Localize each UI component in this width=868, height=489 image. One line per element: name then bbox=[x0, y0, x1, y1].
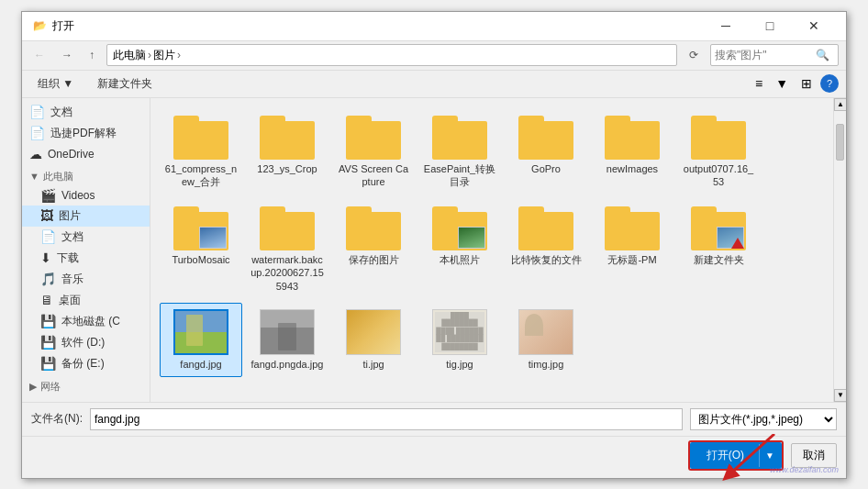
file-area-wrapper: 61_compress_new_合并 123_ys_Crop AVS Scree… bbox=[150, 98, 846, 402]
list-item[interactable]: AVS Screen Capture bbox=[332, 107, 415, 195]
new-folder-button[interactable]: 新建文件夹 bbox=[89, 73, 161, 94]
list-item[interactable]: ti.jpg bbox=[332, 303, 415, 377]
list-item[interactable]: watermark.bakc up.20200627.155943 bbox=[246, 198, 328, 299]
file-name: output0707.16_53 bbox=[682, 162, 755, 189]
list-item[interactable]: timg.jpg bbox=[505, 303, 587, 377]
sidebar-item-label: 文档 bbox=[50, 105, 72, 120]
scroll-down-button[interactable]: ▼ bbox=[834, 389, 846, 402]
chevron-right-icon: ▶ bbox=[29, 381, 37, 393]
main-content: 📄 文档 📄 迅捷PDF解释 ☁ OneDrive ▼ 此电脑 🎬 Videos… bbox=[22, 98, 846, 402]
action-bar: 打开(O) ▼ 取消 bbox=[22, 436, 846, 478]
breadcrumb-pictures: 图片 bbox=[153, 48, 175, 63]
sidebar-item-backupe[interactable]: 💾 备份 (E:) bbox=[22, 353, 150, 374]
scroll-thumb[interactable] bbox=[836, 124, 844, 161]
file-name: 123_ys_Crop bbox=[257, 162, 317, 175]
organize-button[interactable]: 组织 ▼ bbox=[29, 73, 82, 94]
breadcrumb[interactable]: 此电脑 › 图片 › bbox=[106, 44, 677, 66]
file-name: TurboMosaic bbox=[172, 253, 229, 266]
bottom-section: 文件名(N): 图片文件(*.jpg,*.jpeg) 所有文件(*.*) bbox=[22, 402, 846, 478]
sidebar-item-desktop[interactable]: 🖥 桌面 bbox=[22, 290, 150, 311]
list-item[interactable]: TurboMosaic bbox=[160, 198, 242, 299]
filetype-dropdown[interactable]: 图片文件(*.jpg,*.jpeg) 所有文件(*.*) bbox=[690, 408, 837, 430]
sidebar-item-label: Videos bbox=[61, 189, 95, 202]
list-item[interactable]: fangd.jpg bbox=[160, 303, 242, 377]
search-input[interactable] bbox=[715, 49, 816, 61]
folder-icon bbox=[173, 114, 228, 160]
list-item[interactable]: 无标题-PM bbox=[591, 198, 673, 299]
list-item[interactable]: output0707.16_53 bbox=[677, 107, 760, 195]
search-box[interactable]: 🔍 bbox=[710, 44, 839, 66]
scroll-up-button[interactable]: ▲ bbox=[834, 98, 846, 111]
music-icon: 🎵 bbox=[40, 272, 56, 286]
folder-icon bbox=[518, 205, 573, 250]
open-button[interactable]: 打开(O) bbox=[692, 444, 759, 467]
title-bar-left: 📂 打开 bbox=[33, 18, 74, 34]
folder-icon bbox=[691, 114, 746, 160]
filename-input[interactable] bbox=[90, 408, 683, 430]
vertical-scrollbar[interactable]: ▲ ▼ bbox=[833, 98, 846, 402]
sidebar-item-label: 文档 bbox=[61, 229, 83, 245]
file-name: 比特恢复的文件 bbox=[511, 253, 582, 266]
jspdf-icon: 📄 bbox=[29, 126, 45, 140]
cancel-button[interactable]: 取消 bbox=[791, 443, 837, 468]
list-item[interactable]: newImages bbox=[591, 107, 673, 195]
sidebar-item-docs2[interactable]: 📄 文档 bbox=[22, 227, 150, 248]
file-name: EasePaint_转换目录 bbox=[423, 162, 496, 189]
sidebar-item-localc[interactable]: 💾 本地磁盘 (C bbox=[22, 311, 150, 332]
sidebar-item-music[interactable]: 🎵 音乐 bbox=[22, 269, 150, 290]
list-item[interactable]: 新建文件夹 bbox=[677, 198, 760, 299]
sidebar-section-network[interactable]: ▶ 网络 bbox=[22, 374, 150, 395]
desktop-icon: 🖥 bbox=[40, 293, 53, 307]
open-button-group: 打开(O) ▼ bbox=[690, 442, 782, 469]
sidebar-item-videos[interactable]: 🎬 Videos bbox=[22, 185, 150, 206]
list-item[interactable]: GoPro bbox=[505, 107, 587, 195]
sidebar-item-downloads[interactable]: ⬇ 下载 bbox=[22, 248, 150, 269]
list-item[interactable]: EasePaint_转换目录 bbox=[418, 107, 501, 195]
view-controls: ≡ ▼ ⊞ ? bbox=[751, 73, 839, 94]
file-name: tig.jpg bbox=[446, 358, 473, 371]
list-item[interactable]: fangd.pngda.jpg bbox=[246, 303, 328, 377]
search-icon: 🔍 bbox=[816, 49, 829, 61]
folder-icon bbox=[605, 205, 660, 250]
sidebar-item-documents[interactable]: 📄 文档 bbox=[22, 102, 150, 123]
list-item[interactable]: 123_ys_Crop bbox=[246, 107, 328, 195]
file-name: 保存的图片 bbox=[349, 253, 399, 266]
refresh-button[interactable]: ⟳ bbox=[684, 46, 703, 64]
sidebar-item-pictures[interactable]: 🖼 图片 bbox=[22, 206, 150, 227]
folder-icon bbox=[432, 114, 487, 160]
up-button[interactable]: ↑ bbox=[84, 46, 99, 64]
maximize-button[interactable]: □ bbox=[749, 15, 791, 37]
dialog-title-icon: 📂 bbox=[33, 19, 47, 32]
list-item[interactable]: ████ ████████████ ████████ █████████████… bbox=[418, 303, 501, 377]
scroll-track[interactable] bbox=[834, 111, 846, 389]
close-button[interactable]: ✕ bbox=[793, 15, 835, 37]
back-button[interactable]: ← bbox=[29, 46, 50, 64]
view-list-button[interactable]: ≡ bbox=[751, 73, 767, 94]
breadcrumb-sep1: › bbox=[148, 49, 151, 61]
forward-button[interactable]: → bbox=[57, 46, 77, 64]
open-dropdown-button[interactable]: ▼ bbox=[759, 444, 780, 467]
documents-icon: 📄 bbox=[29, 105, 45, 119]
chevron-down-icon: ▼ bbox=[29, 171, 39, 182]
folder-icon bbox=[260, 114, 315, 160]
sidebar-item-label: 本地磁盘 (C bbox=[61, 314, 120, 329]
sidebar-section-label: 此电脑 bbox=[43, 170, 73, 183]
dialog-title: 打开 bbox=[52, 18, 74, 34]
list-item[interactable]: 本机照片 bbox=[418, 198, 501, 299]
localc-icon: 💾 bbox=[40, 314, 56, 328]
sidebar-item-softd[interactable]: 💾 软件 (D:) bbox=[22, 332, 150, 353]
sidebar-item-jspdf[interactable]: 📄 迅捷PDF解释 bbox=[22, 123, 150, 144]
list-item[interactable]: 61_compress_new_合并 bbox=[160, 107, 242, 195]
docs2-icon: 📄 bbox=[40, 229, 56, 244]
list-item[interactable]: 比特恢复的文件 bbox=[505, 198, 587, 299]
list-item[interactable]: 保存的图片 bbox=[332, 198, 415, 299]
help-button[interactable]: ? bbox=[820, 74, 839, 93]
sidebar-item-onedrive[interactable]: ☁ OneDrive bbox=[22, 144, 150, 164]
open-btn-group: 打开(O) ▼ bbox=[688, 440, 784, 471]
view-dropdown-button[interactable]: ▼ bbox=[771, 73, 793, 94]
title-bar: 📂 打开 ─ □ ✕ bbox=[22, 12, 846, 41]
videos-icon: 🎬 bbox=[40, 188, 56, 203]
sidebar-section-thispc[interactable]: ▼ 此电脑 bbox=[22, 164, 150, 185]
view-details-button[interactable]: ⊞ bbox=[796, 73, 817, 94]
minimize-button[interactable]: ─ bbox=[705, 15, 747, 37]
